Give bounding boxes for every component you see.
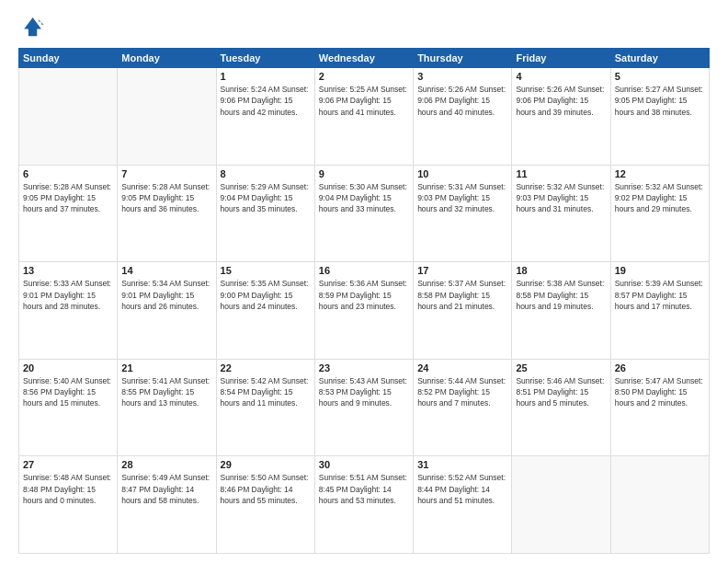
- day-detail: Sunrise: 5:34 AM Sunset: 9:01 PM Dayligh…: [121, 278, 211, 312]
- day-number: 21: [121, 362, 211, 373]
- day-number: 24: [417, 362, 507, 373]
- col-header-monday: Monday: [118, 49, 216, 68]
- day-detail: Sunrise: 5:49 AM Sunset: 8:47 PM Dayligh…: [121, 472, 211, 506]
- logo: [18, 15, 48, 40]
- calendar-cell: 18Sunrise: 5:38 AM Sunset: 8:58 PM Dayli…: [512, 262, 610, 360]
- calendar-cell: 22Sunrise: 5:42 AM Sunset: 8:54 PM Dayli…: [216, 359, 314, 456]
- calendar-cell: 8Sunrise: 5:29 AM Sunset: 9:04 PM Daylig…: [216, 165, 314, 262]
- day-number: 29: [221, 459, 311, 470]
- logo-icon: [18, 15, 44, 40]
- day-detail: Sunrise: 5:47 AM Sunset: 8:50 PM Dayligh…: [615, 375, 705, 409]
- calendar-cell: 30Sunrise: 5:51 AM Sunset: 8:45 PM Dayli…: [314, 456, 413, 554]
- day-detail: Sunrise: 5:26 AM Sunset: 9:06 PM Dayligh…: [417, 84, 507, 118]
- day-number: 2: [319, 71, 409, 82]
- day-number: 4: [516, 71, 606, 82]
- calendar-cell: 25Sunrise: 5:46 AM Sunset: 8:51 PM Dayli…: [512, 359, 610, 456]
- day-detail: Sunrise: 5:40 AM Sunset: 8:56 PM Dayligh…: [23, 375, 113, 409]
- calendar-week-5: 27Sunrise: 5:48 AM Sunset: 8:48 PM Dayli…: [19, 456, 710, 554]
- calendar-cell: 19Sunrise: 5:39 AM Sunset: 8:57 PM Dayli…: [610, 262, 709, 360]
- calendar-cell: 26Sunrise: 5:47 AM Sunset: 8:50 PM Dayli…: [610, 359, 709, 456]
- col-header-thursday: Thursday: [414, 49, 512, 68]
- day-detail: Sunrise: 5:30 AM Sunset: 9:04 PM Dayligh…: [319, 181, 409, 215]
- day-number: 5: [615, 71, 705, 82]
- calendar-cell: 13Sunrise: 5:33 AM Sunset: 9:01 PM Dayli…: [19, 262, 118, 360]
- day-detail: Sunrise: 5:39 AM Sunset: 8:57 PM Dayligh…: [615, 278, 705, 312]
- day-number: 9: [319, 168, 409, 179]
- calendar-week-2: 6Sunrise: 5:28 AM Sunset: 9:05 PM Daylig…: [19, 165, 710, 262]
- calendar-cell: 3Sunrise: 5:26 AM Sunset: 9:06 PM Daylig…: [414, 68, 512, 166]
- day-number: 10: [417, 168, 507, 179]
- calendar-cell: 17Sunrise: 5:37 AM Sunset: 8:58 PM Dayli…: [414, 262, 512, 360]
- day-detail: Sunrise: 5:44 AM Sunset: 8:52 PM Dayligh…: [417, 375, 507, 409]
- day-number: 20: [23, 362, 113, 373]
- day-detail: Sunrise: 5:52 AM Sunset: 8:44 PM Dayligh…: [417, 472, 507, 506]
- calendar-cell: [118, 68, 216, 166]
- day-number: 14: [121, 265, 211, 276]
- calendar-cell: 6Sunrise: 5:28 AM Sunset: 9:05 PM Daylig…: [19, 165, 118, 262]
- day-number: 19: [615, 265, 705, 276]
- calendar-week-1: 1Sunrise: 5:24 AM Sunset: 9:06 PM Daylig…: [19, 68, 710, 166]
- day-number: 8: [221, 168, 311, 179]
- day-number: 17: [417, 265, 507, 276]
- day-detail: Sunrise: 5:32 AM Sunset: 9:03 PM Dayligh…: [516, 181, 606, 215]
- calendar-week-3: 13Sunrise: 5:33 AM Sunset: 9:01 PM Dayli…: [19, 262, 710, 360]
- header: [18, 15, 710, 40]
- calendar-cell: 29Sunrise: 5:50 AM Sunset: 8:46 PM Dayli…: [216, 456, 314, 554]
- day-detail: Sunrise: 5:46 AM Sunset: 8:51 PM Dayligh…: [516, 375, 606, 409]
- day-detail: Sunrise: 5:28 AM Sunset: 9:05 PM Dayligh…: [23, 181, 113, 215]
- day-detail: Sunrise: 5:50 AM Sunset: 8:46 PM Dayligh…: [221, 472, 311, 506]
- day-number: 28: [121, 459, 211, 470]
- calendar-cell: 31Sunrise: 5:52 AM Sunset: 8:44 PM Dayli…: [414, 456, 512, 554]
- calendar-cell: 7Sunrise: 5:28 AM Sunset: 9:05 PM Daylig…: [118, 165, 216, 262]
- day-detail: Sunrise: 5:27 AM Sunset: 9:05 PM Dayligh…: [615, 84, 705, 118]
- day-detail: Sunrise: 5:32 AM Sunset: 9:02 PM Dayligh…: [615, 181, 705, 215]
- calendar-header-row: SundayMondayTuesdayWednesdayThursdayFrid…: [19, 49, 710, 68]
- day-detail: Sunrise: 5:29 AM Sunset: 9:04 PM Dayligh…: [221, 181, 311, 215]
- calendar-cell: 9Sunrise: 5:30 AM Sunset: 9:04 PM Daylig…: [314, 165, 413, 262]
- day-number: 13: [23, 265, 113, 276]
- calendar-table: SundayMondayTuesdayWednesdayThursdayFrid…: [18, 48, 710, 554]
- calendar-cell: 20Sunrise: 5:40 AM Sunset: 8:56 PM Dayli…: [19, 359, 118, 456]
- day-detail: Sunrise: 5:48 AM Sunset: 8:48 PM Dayligh…: [23, 472, 113, 506]
- calendar-cell: 24Sunrise: 5:44 AM Sunset: 8:52 PM Dayli…: [414, 359, 512, 456]
- day-number: 26: [615, 362, 705, 373]
- day-number: 1: [221, 71, 311, 82]
- day-number: 25: [516, 362, 606, 373]
- day-detail: Sunrise: 5:42 AM Sunset: 8:54 PM Dayligh…: [221, 375, 311, 409]
- calendar-cell: 23Sunrise: 5:43 AM Sunset: 8:53 PM Dayli…: [314, 359, 413, 456]
- calendar-cell: 5Sunrise: 5:27 AM Sunset: 9:05 PM Daylig…: [610, 68, 709, 166]
- calendar-cell: 1Sunrise: 5:24 AM Sunset: 9:06 PM Daylig…: [216, 68, 314, 166]
- col-header-tuesday: Tuesday: [216, 49, 314, 68]
- page: SundayMondayTuesdayWednesdayThursdayFrid…: [0, 0, 728, 563]
- day-detail: Sunrise: 5:25 AM Sunset: 9:06 PM Dayligh…: [319, 84, 409, 118]
- calendar-cell: 28Sunrise: 5:49 AM Sunset: 8:47 PM Dayli…: [118, 456, 216, 554]
- calendar-cell: [19, 68, 118, 166]
- col-header-wednesday: Wednesday: [314, 49, 413, 68]
- calendar-cell: 2Sunrise: 5:25 AM Sunset: 9:06 PM Daylig…: [314, 68, 413, 166]
- day-number: 30: [319, 459, 409, 470]
- calendar-cell: 12Sunrise: 5:32 AM Sunset: 9:02 PM Dayli…: [610, 165, 709, 262]
- day-number: 3: [417, 71, 507, 82]
- day-number: 7: [121, 168, 211, 179]
- day-detail: Sunrise: 5:35 AM Sunset: 9:00 PM Dayligh…: [221, 278, 311, 312]
- calendar-cell: 14Sunrise: 5:34 AM Sunset: 9:01 PM Dayli…: [118, 262, 216, 360]
- calendar-cell: 21Sunrise: 5:41 AM Sunset: 8:55 PM Dayli…: [118, 359, 216, 456]
- calendar-week-4: 20Sunrise: 5:40 AM Sunset: 8:56 PM Dayli…: [19, 359, 710, 456]
- day-number: 15: [221, 265, 311, 276]
- day-detail: Sunrise: 5:31 AM Sunset: 9:03 PM Dayligh…: [417, 181, 507, 215]
- day-detail: Sunrise: 5:38 AM Sunset: 8:58 PM Dayligh…: [516, 278, 606, 312]
- day-number: 18: [516, 265, 606, 276]
- day-number: 22: [221, 362, 311, 373]
- day-number: 6: [23, 168, 113, 179]
- calendar-cell: 11Sunrise: 5:32 AM Sunset: 9:03 PM Dayli…: [512, 165, 610, 262]
- col-header-saturday: Saturday: [610, 49, 709, 68]
- day-detail: Sunrise: 5:51 AM Sunset: 8:45 PM Dayligh…: [319, 472, 409, 506]
- calendar-cell: 4Sunrise: 5:26 AM Sunset: 9:06 PM Daylig…: [512, 68, 610, 166]
- day-number: 27: [23, 459, 113, 470]
- calendar-cell: 27Sunrise: 5:48 AM Sunset: 8:48 PM Dayli…: [19, 456, 118, 554]
- day-number: 11: [516, 168, 606, 179]
- calendar-cell: 16Sunrise: 5:36 AM Sunset: 8:59 PM Dayli…: [314, 262, 413, 360]
- calendar-cell: 15Sunrise: 5:35 AM Sunset: 9:00 PM Dayli…: [216, 262, 314, 360]
- day-detail: Sunrise: 5:26 AM Sunset: 9:06 PM Dayligh…: [516, 84, 606, 118]
- calendar-cell: [512, 456, 610, 554]
